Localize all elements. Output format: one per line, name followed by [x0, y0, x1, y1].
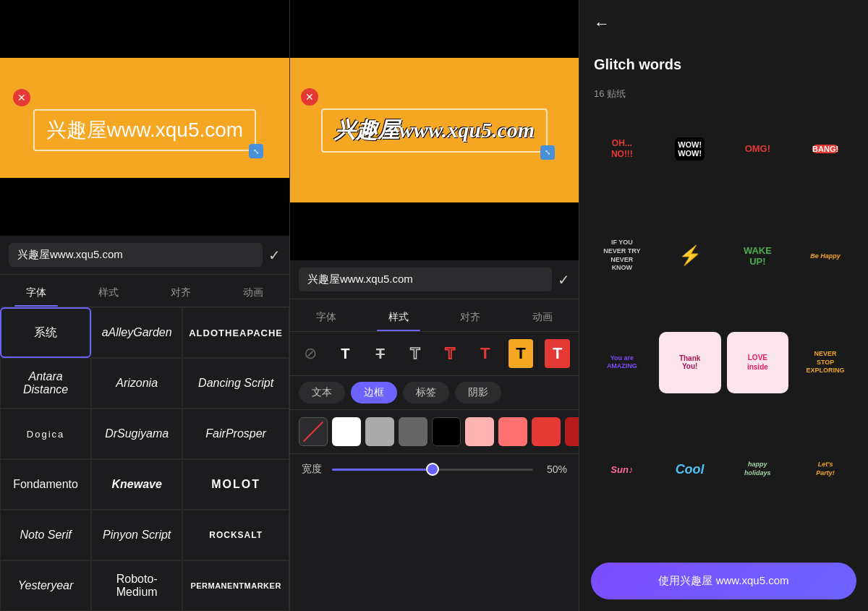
- color-swatches: [290, 410, 579, 454]
- center-text-input-area: ✓: [290, 260, 579, 299]
- use-button[interactable]: 使用兴趣屋 www.xqu5.com: [591, 563, 856, 599]
- sticker-5[interactable]: IF YOUNEVER TRYNEVERKNOW: [591, 225, 653, 287]
- sticker-1[interactable]: OH...NO!!!: [591, 118, 653, 180]
- left-text-box[interactable]: ✕ 兴趣屋www.xqu5.com ⤡: [33, 109, 256, 151]
- sticker-8[interactable]: Be Happy: [794, 225, 856, 287]
- tab-font-left[interactable]: 字体: [0, 281, 72, 307]
- left-panel: ✕ 兴趣屋www.xqu5.com ⤡ ✓ 字体 样式 对齐 动画 系统: [0, 0, 289, 611]
- sticker-7[interactable]: WAKEUP!: [727, 225, 789, 287]
- left-confirm-button[interactable]: ✓: [268, 247, 281, 264]
- tab-animation-center[interactable]: 动画: [506, 305, 579, 331]
- style-yellow-bg-icon[interactable]: T: [509, 339, 534, 368]
- font-item-knewave[interactable]: Knewave: [91, 459, 182, 510]
- sticker-4[interactable]: BANG!: [794, 118, 856, 180]
- color-swatch-white[interactable]: [332, 417, 361, 446]
- font-item-rocksalt[interactable]: ROCKSALT: [182, 510, 289, 560]
- sticker-9[interactable]: You areAMAZING: [591, 332, 653, 394]
- sticker-panel-title: Glitch words: [594, 56, 681, 73]
- width-value: 50%: [542, 463, 567, 475]
- center-panel: ✕ 兴趣屋www.xqu5.com ⤡ ✓ 字体 样式 对齐 动画 ⊘ T T: [289, 0, 579, 611]
- color-swatch-darkgray[interactable]: [399, 417, 427, 446]
- left-canvas-area: ✕ 兴趣屋www.xqu5.com ⤡: [0, 0, 289, 236]
- center-resize-handle[interactable]: ⤡: [540, 145, 555, 160]
- font-item-arizonia[interactable]: Arizonia: [91, 358, 182, 409]
- sticker-16[interactable]: Let'sParty!: [794, 438, 856, 500]
- font-item-dancing[interactable]: Dancing Script: [182, 358, 289, 409]
- center-close-button[interactable]: ✕: [301, 88, 318, 106]
- width-slider-fill: [332, 469, 433, 471]
- left-font-grid: 系统 aAlleyGarden ALDOTHEAPACHE Antara Dis…: [0, 307, 289, 611]
- style-more-icon[interactable]: T: [545, 339, 570, 368]
- font-item-yesteryear[interactable]: Yesteryear: [0, 560, 91, 611]
- style-type-buttons: 文本 边框 标签 阴影: [290, 376, 579, 410]
- font-item-fondamento[interactable]: Fondamento: [0, 459, 91, 510]
- center-bottom-panel: ✓ 字体 样式 对齐 动画 ⊘ T T T T T T T 文本 边框 标签 阴…: [290, 260, 579, 611]
- font-item-roboto[interactable]: Roboto-Medium: [91, 560, 182, 611]
- tab-style-left[interactable]: 样式: [72, 281, 145, 307]
- font-item-molot[interactable]: MOLOT: [182, 459, 289, 510]
- sticker-12[interactable]: NEVERSTOPEXPLORING: [794, 332, 856, 394]
- style-text-btn[interactable]: 文本: [299, 382, 345, 403]
- center-confirm-button[interactable]: ✓: [558, 271, 570, 289]
- sticker-11[interactable]: LOVEinside: [727, 332, 789, 394]
- sticker-13[interactable]: Sun♪: [591, 438, 653, 500]
- font-item-alleygarden[interactable]: aAlleyGarden: [91, 307, 182, 358]
- style-red-fill-icon[interactable]: T: [473, 339, 496, 368]
- left-canvas-text: 兴趣屋www.xqu5.com: [46, 127, 243, 139]
- font-item-noto[interactable]: Noto Serif: [0, 510, 91, 560]
- color-swatch-lightgray[interactable]: [365, 417, 394, 446]
- width-label: 宽度: [302, 463, 323, 476]
- color-swatch-lightpink[interactable]: [465, 417, 494, 446]
- back-button[interactable]: ←: [594, 14, 610, 33]
- sticker-3[interactable]: OMG!: [727, 118, 789, 180]
- style-outlined-icon[interactable]: T: [404, 339, 427, 368]
- font-item-fairprosper[interactable]: FairProsper: [182, 409, 289, 459]
- center-text-input[interactable]: [299, 268, 552, 291]
- font-item-system[interactable]: 系统: [0, 307, 91, 358]
- tab-animation-left[interactable]: 动画: [217, 281, 289, 307]
- style-border-btn[interactable]: 边框: [351, 382, 397, 403]
- font-item-pinyon[interactable]: Pinyon Script: [91, 510, 182, 560]
- left-text-input[interactable]: [9, 243, 263, 267]
- sticker-15[interactable]: happyholidays: [727, 438, 789, 500]
- center-canvas-orange: ✕ 兴趣屋www.xqu5.com ⤡: [290, 58, 579, 202]
- color-swatch-red[interactable]: [532, 417, 561, 446]
- sticker-10[interactable]: ThankYou!: [659, 332, 721, 394]
- sticker-count: 16 贴纸: [594, 87, 626, 101]
- left-resize-handle[interactable]: ⤡: [249, 144, 263, 158]
- font-item-antara[interactable]: Antara Distance: [0, 358, 91, 409]
- style-shadow-btn[interactable]: 阴影: [455, 382, 501, 403]
- color-swatch-black[interactable]: [432, 417, 461, 446]
- sticker-6[interactable]: ⚡: [659, 225, 721, 287]
- style-label-btn[interactable]: 标签: [403, 382, 449, 403]
- font-item-dogica[interactable]: Dogica: [0, 409, 91, 459]
- color-swatch-salmon[interactable]: [498, 417, 527, 446]
- width-slider-track[interactable]: [332, 469, 533, 471]
- center-tabs: 字体 样式 对齐 动画: [290, 299, 579, 332]
- tab-font-center[interactable]: 字体: [290, 305, 362, 331]
- style-strikethrough-icon[interactable]: T: [369, 339, 392, 368]
- left-bottom-panel: ✓ 字体 样式 对齐 动画 系统 aAlleyGarden ALDOTHEAPA…: [0, 236, 289, 611]
- sticker-grid: OH...NO!!! WOW!WOW! OMG! BANG! IF YOUNEV…: [579, 106, 868, 551]
- style-bold-icon[interactable]: T: [333, 339, 357, 368]
- tab-align-left[interactable]: 对齐: [145, 281, 217, 307]
- style-none-icon[interactable]: ⊘: [299, 339, 322, 368]
- width-control: 宽度 50%: [290, 454, 579, 484]
- tab-align-center[interactable]: 对齐: [435, 305, 507, 331]
- left-close-button[interactable]: ✕: [13, 89, 30, 106]
- use-button-text: 使用兴趣屋 www.xqu5.com: [658, 574, 788, 586]
- right-panel: ← Glitch words 16 贴纸 OH...NO!!! WOW!WOW!…: [579, 0, 868, 611]
- center-canvas-area: ✕ 兴趣屋www.xqu5.com ⤡: [290, 0, 579, 260]
- font-item-aldotherapache[interactable]: ALDOTHEAPACHE: [182, 307, 289, 358]
- center-canvas-text: 兴趣屋www.xqu5.com: [334, 127, 535, 140]
- color-swatch-none[interactable]: [299, 417, 328, 446]
- center-text-box[interactable]: ✕ 兴趣屋www.xqu5.com ⤡: [321, 108, 548, 153]
- font-item-drsugiyama[interactable]: DrSugiyama: [91, 409, 182, 459]
- style-red-outlined-icon[interactable]: T: [438, 339, 461, 368]
- sticker-2[interactable]: WOW!WOW!: [659, 118, 721, 180]
- font-item-permanent[interactable]: PERMANENTMARKER: [182, 560, 289, 611]
- sticker-14[interactable]: Cool: [659, 438, 721, 500]
- color-swatch-darkred[interactable]: [565, 417, 579, 446]
- tab-style-center[interactable]: 样式: [362, 305, 435, 331]
- width-slider-thumb[interactable]: [426, 463, 439, 476]
